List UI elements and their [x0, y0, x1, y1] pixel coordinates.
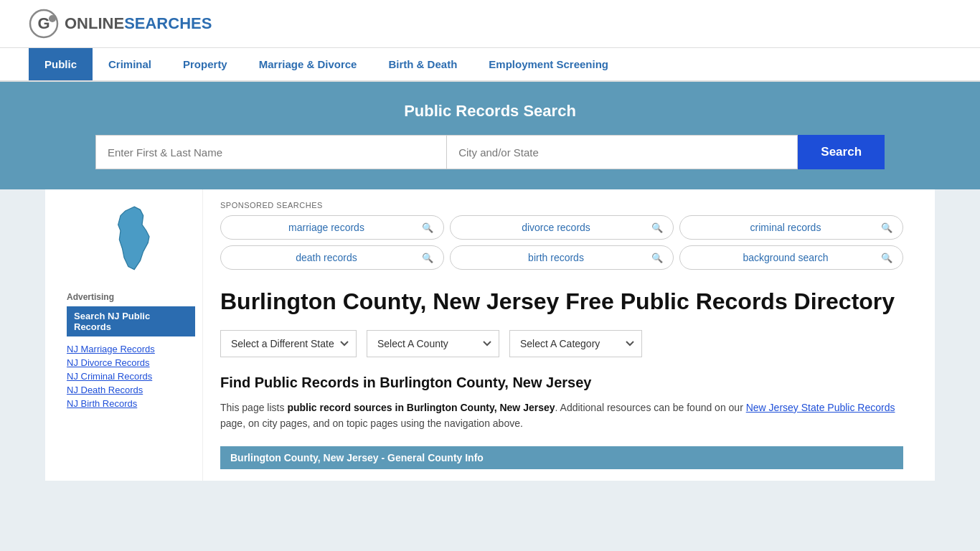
pill-criminal-records[interactable]: criminal records 🔍 — [679, 215, 903, 240]
header: G ONLINESEARCHES — [0, 0, 980, 48]
search-icon-birth: 🔍 — [651, 253, 663, 263]
search-icon-criminal: 🔍 — [881, 222, 892, 233]
pill-death-records[interactable]: death records 🔍 — [220, 245, 444, 270]
sidebar-link-criminal[interactable]: NJ Criminal Records — [67, 371, 195, 382]
info-section-bar: Burlington County, New Jersey - General … — [220, 446, 903, 469]
state-dropdown[interactable]: Select a Different State — [220, 330, 357, 357]
search-banner-title: Public Records Search — [29, 102, 951, 121]
nav-item-employment[interactable]: Employment Screening — [473, 48, 624, 80]
sponsored-searches: marriage records 🔍 divorce records 🔍 cri… — [220, 215, 903, 270]
svg-text:G: G — [37, 14, 50, 32]
search-icon-background: 🔍 — [881, 253, 892, 263]
pill-birth-records[interactable]: birth records 🔍 — [450, 245, 674, 270]
search-button[interactable]: Search — [798, 135, 885, 169]
nav-item-marriage-divorce[interactable]: Marriage & Divorce — [243, 48, 373, 80]
main-wrapper: Advertising Search NJ Public Records NJ … — [45, 189, 935, 481]
search-icon-marriage: 🔍 — [422, 222, 433, 233]
main-content: SPONSORED SEARCHES marriage records 🔍 di… — [203, 189, 920, 481]
svg-marker-4 — [118, 207, 149, 270]
county-dropdown[interactable]: Select A County — [367, 330, 499, 357]
find-section-heading: Find Public Records in Burlington County… — [220, 375, 903, 391]
logo[interactable]: G ONLINESEARCHES — [29, 9, 212, 39]
sidebar: Advertising Search NJ Public Records NJ … — [60, 189, 203, 481]
nav-item-birth-death[interactable]: Birth & Death — [372, 48, 473, 80]
nav-item-public[interactable]: Public — [29, 48, 93, 80]
search-icon-death: 🔍 — [422, 253, 433, 263]
search-banner: Public Records Search Search — [0, 82, 980, 189]
sidebar-advertising-label: Advertising — [67, 292, 195, 302]
nj-map — [67, 204, 195, 278]
logo-text: ONLINESEARCHES — [65, 14, 212, 33]
find-section-description: This page lists public record sources in… — [220, 400, 903, 432]
sidebar-promo-button[interactable]: Search NJ Public Records — [67, 306, 195, 336]
name-input[interactable] — [95, 135, 446, 169]
sidebar-link-divorce[interactable]: NJ Divorce Records — [67, 357, 195, 368]
sidebar-link-marriage[interactable]: NJ Marriage Records — [67, 344, 195, 354]
location-input[interactable] — [446, 135, 798, 169]
main-nav: Public Criminal Property Marriage & Divo… — [0, 48, 980, 82]
pill-divorce-records[interactable]: divorce records 🔍 — [450, 215, 674, 240]
sponsored-label: SPONSORED SEARCHES — [220, 201, 903, 209]
logo-icon: G — [29, 9, 59, 39]
nj-state-records-link[interactable]: New Jersey State Public Records — [746, 402, 895, 413]
nav-item-criminal[interactable]: Criminal — [93, 48, 167, 80]
pill-background-search[interactable]: background search 🔍 — [679, 245, 903, 270]
sidebar-link-death[interactable]: NJ Death Records — [67, 385, 195, 395]
page-title: Burlington County, New Jersey Free Publi… — [220, 287, 903, 316]
search-form: Search — [95, 135, 885, 169]
pill-marriage-records[interactable]: marriage records 🔍 — [220, 215, 444, 240]
search-icon-divorce: 🔍 — [651, 222, 663, 233]
nj-state-map — [103, 204, 160, 276]
category-dropdown[interactable]: Select A Category — [509, 330, 642, 357]
dropdowns-row: Select a Different State Select A County… — [220, 330, 903, 357]
sidebar-link-birth[interactable]: NJ Birth Records — [67, 398, 195, 409]
nav-item-property[interactable]: Property — [167, 48, 243, 80]
